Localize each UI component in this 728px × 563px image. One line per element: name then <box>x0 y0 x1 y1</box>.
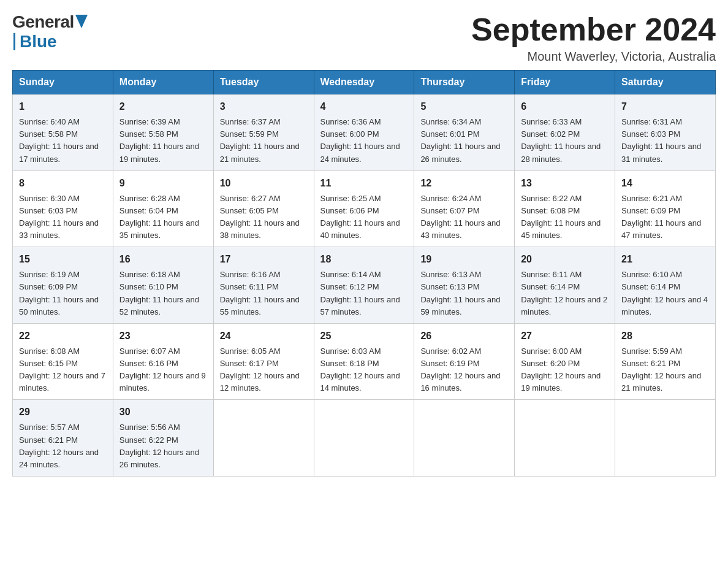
day-info: Sunrise: 6:21 AMSunset: 6:09 PMDaylight:… <box>621 193 709 242</box>
calendar-cell: 21Sunrise: 6:10 AMSunset: 6:14 PMDayligh… <box>615 247 716 324</box>
calendar-header: SundayMondayTuesdayWednesdayThursdayFrid… <box>13 71 716 94</box>
calendar-cell: 15Sunrise: 6:19 AMSunset: 6:09 PMDayligh… <box>13 247 113 324</box>
day-number: 26 <box>420 329 508 343</box>
calendar-cell: 23Sunrise: 6:07 AMSunset: 6:16 PMDayligh… <box>113 323 213 400</box>
month-year-title: September 2024 <box>471 12 716 47</box>
day-number: 23 <box>119 329 207 343</box>
calendar-cell: 6Sunrise: 6:33 AMSunset: 6:02 PMDaylight… <box>515 94 615 171</box>
page-header: General Blue September 2024 Mount Waverl… <box>12 12 716 64</box>
day-number: 27 <box>521 329 609 343</box>
calendar-cell: 9Sunrise: 6:28 AMSunset: 6:04 PMDaylight… <box>113 170 213 247</box>
calendar-cell: 24Sunrise: 6:05 AMSunset: 6:17 PMDayligh… <box>213 323 314 400</box>
day-info: Sunrise: 6:14 AMSunset: 6:12 PMDaylight:… <box>320 269 408 318</box>
day-number: 16 <box>119 252 207 267</box>
header-row: SundayMondayTuesdayWednesdayThursdayFrid… <box>13 71 716 94</box>
svg-marker-0 <box>75 15 88 28</box>
calendar-cell: 17Sunrise: 6:16 AMSunset: 6:11 PMDayligh… <box>213 247 314 324</box>
calendar-cell <box>414 400 515 477</box>
week-row-2: 8Sunrise: 6:30 AMSunset: 6:03 PMDaylight… <box>13 170 716 247</box>
calendar-cell <box>213 400 314 477</box>
calendar-cell: 10Sunrise: 6:27 AMSunset: 6:05 PMDayligh… <box>213 170 314 247</box>
calendar-cell: 18Sunrise: 6:14 AMSunset: 6:12 PMDayligh… <box>314 247 414 324</box>
header-day-thursday: Thursday <box>414 71 515 94</box>
day-number: 30 <box>119 405 207 419</box>
day-info: Sunrise: 6:36 AMSunset: 6:00 PMDaylight:… <box>320 116 408 166</box>
calendar-cell: 5Sunrise: 6:34 AMSunset: 6:01 PMDaylight… <box>414 94 515 171</box>
day-info: Sunrise: 6:03 AMSunset: 6:18 PMDaylight:… <box>320 345 408 395</box>
calendar-table: SundayMondayTuesdayWednesdayThursdayFrid… <box>12 70 716 477</box>
day-info: Sunrise: 6:24 AMSunset: 6:07 PMDaylight:… <box>420 193 508 242</box>
day-number: 8 <box>19 176 107 191</box>
day-info: Sunrise: 6:25 AMSunset: 6:06 PMDaylight:… <box>320 193 408 242</box>
day-info: Sunrise: 6:16 AMSunset: 6:11 PMDaylight:… <box>220 269 308 318</box>
day-info: Sunrise: 6:34 AMSunset: 6:01 PMDaylight:… <box>420 116 508 166</box>
day-info: Sunrise: 6:05 AMSunset: 6:17 PMDaylight:… <box>220 345 308 395</box>
day-info: Sunrise: 6:22 AMSunset: 6:08 PMDaylight:… <box>521 193 609 242</box>
day-number: 12 <box>420 176 508 191</box>
logo-bar <box>13 33 15 50</box>
logo-bottom: Blue <box>13 32 57 52</box>
day-number: 24 <box>220 329 308 343</box>
day-number: 15 <box>19 252 107 267</box>
header-day-sunday: Sunday <box>13 71 113 94</box>
day-info: Sunrise: 6:13 AMSunset: 6:13 PMDaylight:… <box>420 269 508 318</box>
day-info: Sunrise: 6:31 AMSunset: 6:03 PMDaylight:… <box>621 116 709 166</box>
calendar-cell: 12Sunrise: 6:24 AMSunset: 6:07 PMDayligh… <box>414 170 515 247</box>
day-number: 20 <box>521 252 609 267</box>
day-info: Sunrise: 6:07 AMSunset: 6:16 PMDaylight:… <box>119 345 207 395</box>
day-number: 7 <box>621 99 709 114</box>
calendar-cell: 2Sunrise: 6:39 AMSunset: 5:58 PMDaylight… <box>113 94 213 171</box>
calendar-cell: 4Sunrise: 6:36 AMSunset: 6:00 PMDaylight… <box>314 94 414 171</box>
day-number: 13 <box>521 176 609 191</box>
logo-general-text: General <box>12 12 74 32</box>
calendar-cell: 25Sunrise: 6:03 AMSunset: 6:18 PMDayligh… <box>314 323 414 400</box>
day-info: Sunrise: 6:27 AMSunset: 6:05 PMDaylight:… <box>220 193 308 242</box>
header-day-wednesday: Wednesday <box>314 71 414 94</box>
week-row-3: 15Sunrise: 6:19 AMSunset: 6:09 PMDayligh… <box>13 247 716 324</box>
day-info: Sunrise: 6:39 AMSunset: 5:58 PMDaylight:… <box>119 116 207 166</box>
day-info: Sunrise: 6:10 AMSunset: 6:14 PMDaylight:… <box>621 269 709 318</box>
header-day-saturday: Saturday <box>615 71 716 94</box>
logo: General Blue <box>12 12 88 52</box>
calendar-cell: 3Sunrise: 6:37 AMSunset: 5:59 PMDaylight… <box>213 94 314 171</box>
day-number: 2 <box>119 99 207 114</box>
day-info: Sunrise: 6:00 AMSunset: 6:20 PMDaylight:… <box>521 345 609 395</box>
day-number: 1 <box>19 99 107 114</box>
day-number: 11 <box>320 176 408 191</box>
header-day-monday: Monday <box>113 71 213 94</box>
day-number: 25 <box>320 329 408 343</box>
day-number: 28 <box>621 329 709 343</box>
calendar-cell: 26Sunrise: 6:02 AMSunset: 6:19 PMDayligh… <box>414 323 515 400</box>
day-info: Sunrise: 6:18 AMSunset: 6:10 PMDaylight:… <box>119 269 207 318</box>
header-day-tuesday: Tuesday <box>213 71 314 94</box>
calendar-cell: 13Sunrise: 6:22 AMSunset: 6:08 PMDayligh… <box>515 170 615 247</box>
day-info: Sunrise: 6:30 AMSunset: 6:03 PMDaylight:… <box>19 193 107 242</box>
day-number: 3 <box>220 99 308 114</box>
day-number: 5 <box>420 99 508 114</box>
logo-arrow-icon <box>75 15 88 31</box>
day-number: 4 <box>320 99 408 114</box>
day-number: 10 <box>220 176 308 191</box>
calendar-cell: 8Sunrise: 6:30 AMSunset: 6:03 PMDaylight… <box>13 170 113 247</box>
day-number: 19 <box>420 252 508 267</box>
week-row-4: 22Sunrise: 6:08 AMSunset: 6:15 PMDayligh… <box>13 323 716 400</box>
calendar-cell: 29Sunrise: 5:57 AMSunset: 6:21 PMDayligh… <box>13 400 113 477</box>
day-info: Sunrise: 6:08 AMSunset: 6:15 PMDaylight:… <box>19 345 107 395</box>
calendar-cell: 30Sunrise: 5:56 AMSunset: 6:22 PMDayligh… <box>113 400 213 477</box>
day-info: Sunrise: 6:19 AMSunset: 6:09 PMDaylight:… <box>19 269 107 318</box>
header-day-friday: Friday <box>515 71 615 94</box>
calendar-cell <box>515 400 615 477</box>
day-number: 17 <box>220 252 308 267</box>
calendar-cell: 28Sunrise: 5:59 AMSunset: 6:21 PMDayligh… <box>615 323 716 400</box>
calendar-cell <box>314 400 414 477</box>
calendar-cell <box>615 400 716 477</box>
day-number: 18 <box>320 252 408 267</box>
day-info: Sunrise: 6:02 AMSunset: 6:19 PMDaylight:… <box>420 345 508 395</box>
day-number: 9 <box>119 176 207 191</box>
calendar-cell: 20Sunrise: 6:11 AMSunset: 6:14 PMDayligh… <box>515 247 615 324</box>
day-info: Sunrise: 6:33 AMSunset: 6:02 PMDaylight:… <box>521 116 609 166</box>
calendar-cell: 1Sunrise: 6:40 AMSunset: 5:58 PMDaylight… <box>13 94 113 171</box>
day-info: Sunrise: 6:28 AMSunset: 6:04 PMDaylight:… <box>119 193 207 242</box>
day-info: Sunrise: 5:57 AMSunset: 6:21 PMDaylight:… <box>19 421 107 471</box>
title-block: September 2024 Mount Waverley, Victoria,… <box>471 12 716 64</box>
